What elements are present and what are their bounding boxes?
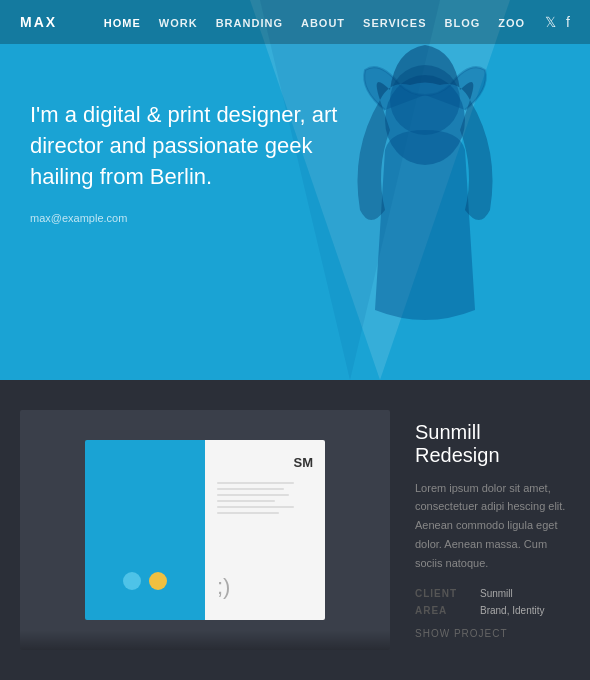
- nav-item-branding[interactable]: BRANDING: [216, 17, 283, 29]
- nav-item-about[interactable]: ABOUT: [301, 17, 345, 29]
- project-description: Lorem ipsum dolor sit amet, consectetuer…: [415, 479, 570, 572]
- nav-item-zoo[interactable]: ZOO: [498, 17, 525, 29]
- hero-headline: I'm a digital & print designer, art dire…: [30, 100, 340, 192]
- blue-dot: [123, 572, 141, 590]
- meta-client-row: CLIENT Sunmill: [415, 588, 570, 599]
- project-meta: CLIENT Sunmill AREA Brand, Identity: [415, 588, 570, 616]
- project-title: Sunmill Redesign: [415, 421, 570, 467]
- twitter-icon[interactable]: 𝕏: [545, 14, 556, 30]
- hero-email[interactable]: max@example.com: [30, 212, 340, 224]
- nav-links: HOME WORK BRANDING ABOUT SERVICES BLOG Z…: [104, 13, 525, 31]
- client-label: CLIENT: [415, 588, 480, 599]
- yellow-dot: [149, 572, 167, 590]
- book-text-lines: [217, 482, 313, 514]
- book-line: [217, 512, 279, 514]
- nav-social: 𝕏 f: [545, 14, 570, 30]
- navbar: MAX HOME WORK BRANDING ABOUT SERVICES BL…: [0, 0, 590, 44]
- book-line: [217, 482, 294, 484]
- meta-area-row: AREA Brand, Identity: [415, 605, 570, 616]
- site-logo[interactable]: MAX: [20, 14, 57, 30]
- dots-decoration: [123, 572, 167, 590]
- client-value: Sunmill: [480, 588, 513, 599]
- show-project-link[interactable]: SHOW PROJECT: [415, 628, 570, 639]
- hero-content: I'm a digital & print designer, art dire…: [30, 100, 340, 224]
- book-smiley: ;): [217, 574, 230, 600]
- card-shadow: [20, 630, 390, 650]
- book-logo: SM: [217, 455, 313, 470]
- area-value: Brand, Identity: [480, 605, 544, 616]
- nav-item-work[interactable]: WORK: [159, 17, 198, 29]
- area-label: AREA: [415, 605, 480, 616]
- facebook-icon[interactable]: f: [566, 14, 570, 30]
- book-line: [217, 494, 289, 496]
- work-section: SM ;) Sunmill Redesign Lorem ipsum dolor…: [0, 380, 590, 680]
- book-line: [217, 488, 284, 490]
- nav-item-home[interactable]: HOME: [104, 17, 141, 29]
- project-info: Sunmill Redesign Lorem ipsum dolor sit a…: [415, 411, 570, 649]
- nav-item-blog[interactable]: BLOG: [444, 17, 480, 29]
- nav-item-services[interactable]: SERVICES: [363, 17, 426, 29]
- hero-section: I'm a digital & print designer, art dire…: [0, 0, 590, 380]
- book-mockup: SM ;): [20, 410, 390, 650]
- book-right-page: SM ;): [205, 440, 325, 620]
- book-line: [217, 506, 294, 508]
- hero-person-image: [310, 30, 540, 360]
- book-left-page: [85, 440, 205, 620]
- project-card: SM ;): [20, 410, 390, 650]
- book-line: [217, 500, 275, 502]
